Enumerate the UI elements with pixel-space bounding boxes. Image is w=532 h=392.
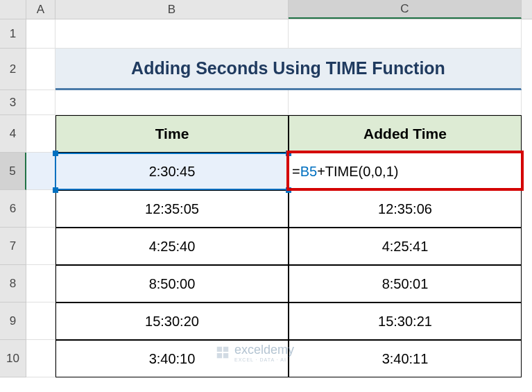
cell-B1[interactable] xyxy=(55,19,289,49)
cell-A9[interactable] xyxy=(26,302,55,340)
cell-C7[interactable]: 4:25:41 xyxy=(289,228,522,265)
row-header-5[interactable]: 5 xyxy=(0,153,26,190)
column-headers: A B C xyxy=(0,0,532,19)
row-header-2[interactable]: 2 xyxy=(0,49,26,90)
row-6: 6 12:35:05 12:35:06 xyxy=(0,190,532,228)
row-9: 9 15:30:20 15:30:21 xyxy=(0,302,532,340)
cell-C1[interactable] xyxy=(289,19,522,49)
col-header-B[interactable]: B xyxy=(55,0,289,19)
cell-A3[interactable] xyxy=(26,90,55,115)
row-7: 7 4:25:40 4:25:41 xyxy=(0,228,532,265)
select-all-corner[interactable] xyxy=(0,0,26,19)
formula-equals: = xyxy=(292,164,300,180)
cell-C3[interactable] xyxy=(289,90,522,115)
cell-C10[interactable]: 3:40:11 xyxy=(289,340,522,377)
cell-B6[interactable]: 12:35:05 xyxy=(55,190,289,228)
formula-rest: +TIME(0,0,1) xyxy=(317,164,398,180)
row-header-9[interactable]: 9 xyxy=(0,302,26,340)
cell-A2[interactable] xyxy=(26,49,55,90)
cell-A10[interactable] xyxy=(26,340,55,377)
row-3: 3 xyxy=(0,90,532,115)
watermark: exceldemy EXCEL · DATA · AI xyxy=(215,343,294,362)
cell-A1[interactable] xyxy=(26,19,55,49)
row-header-4[interactable]: 4 xyxy=(0,115,26,153)
cell-A6[interactable] xyxy=(26,190,55,228)
row-header-10[interactable]: 10 xyxy=(0,340,26,377)
spreadsheet: A B C 1 2 Adding Seconds Using TIME Func… xyxy=(0,0,532,377)
cell-C8[interactable]: 8:50:01 xyxy=(289,265,522,302)
row-5: 5 2:30:45 =B5+TIME(0,0,1) xyxy=(0,153,532,190)
col-header-C[interactable]: C xyxy=(289,0,522,19)
cell-B8[interactable]: 8:50:00 xyxy=(55,265,289,302)
row-header-1[interactable]: 1 xyxy=(0,19,26,49)
cell-A8[interactable] xyxy=(26,265,55,302)
row-1: 1 xyxy=(0,19,532,49)
cell-B9[interactable]: 15:30:20 xyxy=(55,302,289,340)
watermark-brand: exceldemy xyxy=(234,343,294,357)
cell-C9[interactable]: 15:30:21 xyxy=(289,302,522,340)
cell-A7[interactable] xyxy=(26,228,55,265)
cell-A4[interactable] xyxy=(26,115,55,153)
header-time[interactable]: Time xyxy=(55,115,289,153)
cell-C6[interactable]: 12:35:06 xyxy=(289,190,522,228)
watermark-icon xyxy=(215,345,230,360)
row-2: 2 Adding Seconds Using TIME Function xyxy=(0,49,532,90)
cell-B7[interactable]: 4:25:40 xyxy=(55,228,289,265)
cell-A5[interactable] xyxy=(26,153,55,190)
watermark-tagline: EXCEL · DATA · AI xyxy=(234,357,294,362)
row-header-7[interactable]: 7 xyxy=(0,228,26,265)
row-header-6[interactable]: 6 xyxy=(0,190,26,228)
row-8: 8 8:50:00 8:50:01 xyxy=(0,265,532,302)
col-header-A[interactable]: A xyxy=(26,0,55,19)
row-header-3[interactable]: 3 xyxy=(0,90,26,115)
row-4: 4 Time Added Time xyxy=(0,115,532,153)
header-added-time[interactable]: Added Time xyxy=(289,115,522,153)
cell-B5[interactable]: 2:30:45 xyxy=(55,153,289,190)
formula-cell-ref: B5 xyxy=(300,164,317,180)
title-cell[interactable]: Adding Seconds Using TIME Function xyxy=(55,49,522,90)
cell-B3[interactable] xyxy=(55,90,289,115)
row-header-8[interactable]: 8 xyxy=(0,265,26,302)
cell-C5-formula[interactable]: =B5+TIME(0,0,1) xyxy=(289,153,522,190)
